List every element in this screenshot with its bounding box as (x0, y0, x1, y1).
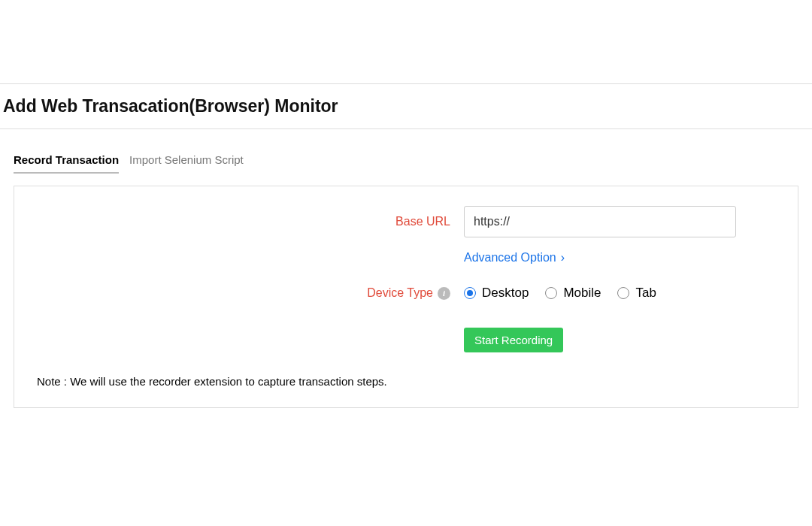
radio-circle-desktop (464, 287, 476, 299)
info-icon[interactable]: i (438, 287, 450, 300)
start-recording-button[interactable]: Start Recording (464, 328, 563, 352)
chevron-right-icon: › (561, 251, 565, 265)
label-device-type: Device Type (367, 286, 433, 300)
advanced-option-text: Advanced Option (464, 251, 556, 265)
value-start-button-col: Start Recording (464, 310, 775, 352)
radio-circle-tab (617, 287, 629, 299)
value-advanced-option-col: Advanced Option › (464, 246, 775, 272)
radio-mobile[interactable]: Mobile (545, 286, 601, 301)
radio-tab[interactable]: Tab (617, 286, 656, 301)
row-advanced-option: Advanced Option › (37, 246, 775, 272)
radio-label-desktop: Desktop (482, 286, 529, 301)
radio-desktop[interactable]: Desktop (464, 286, 529, 301)
base-url-input[interactable] (464, 206, 736, 237)
top-spacer (0, 0, 812, 84)
value-device-type-col: Desktop Mobile Tab (464, 286, 775, 301)
radio-circle-mobile (545, 287, 557, 299)
row-base-url: Base URL (37, 206, 775, 237)
tab-import-selenium-script[interactable]: Import Selenium Script (129, 153, 244, 174)
tabs: Record Transaction Import Selenium Scrip… (14, 153, 798, 174)
row-device-type: Device Type i Desktop Mobile (37, 286, 775, 301)
page-title: Add Web Transacation(Browser) Monitor (3, 96, 809, 116)
device-type-radio-group: Desktop Mobile Tab (464, 286, 656, 301)
radio-label-mobile: Mobile (563, 286, 601, 301)
radio-dot-icon (467, 290, 473, 296)
label-base-url-col: Base URL (37, 215, 464, 228)
row-start-button: Start Recording (37, 310, 775, 352)
label-device-type-col: Device Type i (37, 286, 464, 300)
tab-record-transaction[interactable]: Record Transaction (14, 153, 119, 174)
label-base-url: Base URL (395, 215, 450, 228)
page-header: Add Web Transacation(Browser) Monitor (0, 84, 812, 129)
note-text: Note : We will use the recorder extensio… (37, 375, 775, 388)
value-base-url-col (464, 206, 775, 237)
radio-label-tab: Tab (635, 286, 656, 301)
content-area: Record Transaction Import Selenium Scrip… (0, 129, 812, 408)
form-panel: Base URL Advanced Option › Device Type i (14, 186, 798, 408)
advanced-option-link[interactable]: Advanced Option › (464, 251, 565, 265)
